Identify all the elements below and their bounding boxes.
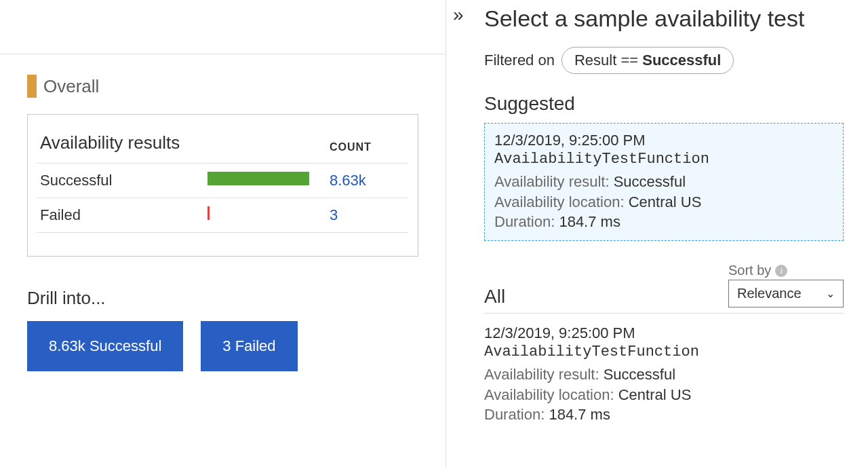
- availability-results-table: Availability results COUNT Successful 8.…: [37, 127, 408, 233]
- sort-block: Sort by i Relevance ⌄: [728, 263, 844, 307]
- table-row[interactable]: Failed 3: [37, 198, 408, 233]
- top-header-area: [0, 0, 446, 54]
- drill-successful-button[interactable]: 8.63k Successful: [27, 321, 183, 371]
- filter-row: Filtered on Result == Successful: [484, 47, 844, 74]
- sample-location-value: Central US: [629, 193, 702, 210]
- sample-duration-value: 184.7 ms: [549, 406, 610, 423]
- table-header-bar-spacer: [205, 127, 327, 164]
- row-count-failed-link[interactable]: 3: [330, 206, 338, 223]
- expand-chevrons-icon[interactable]: »: [453, 5, 457, 24]
- filter-chip-value: Successful: [642, 52, 721, 69]
- info-icon[interactable]: i: [775, 265, 787, 277]
- sample-duration-row: Duration: 184.7 ms: [494, 212, 833, 232]
- sample-test-name: AvailabilityTestFunction: [494, 151, 833, 168]
- sample-test-name: AvailabilityTestFunction: [484, 343, 844, 360]
- all-header-row: All Sort by i Relevance ⌄: [484, 263, 844, 314]
- filter-chip-prefix: Result ==: [574, 52, 642, 69]
- row-bar-failed: [205, 198, 327, 233]
- table-row[interactable]: Successful 8.63k: [37, 164, 408, 198]
- suggested-heading: Suggested: [484, 93, 844, 115]
- drill-into-heading: Drill into...: [27, 288, 418, 309]
- table-header-title: Availability results: [37, 127, 205, 164]
- sample-result-label: Availability result:: [494, 173, 610, 190]
- bar-green-icon: [208, 172, 309, 185]
- all-heading: All: [484, 286, 505, 307]
- right-pane: » Select a sample availability test Filt…: [446, 0, 868, 467]
- sample-duration-value: 184.7 ms: [559, 213, 620, 230]
- all-sample-card[interactable]: 12/3/2019, 9:25:00 PM AvailabilityTestFu…: [484, 323, 844, 426]
- sample-timestamp: 12/3/2019, 9:25:00 PM: [494, 132, 833, 149]
- sort-by-dropdown[interactable]: Relevance ⌄: [728, 280, 844, 307]
- sort-by-value: Relevance: [737, 286, 802, 301]
- sample-location-value: Central US: [618, 386, 692, 403]
- drill-failed-button[interactable]: 3 Failed: [201, 321, 297, 371]
- sample-location-row: Availability location: Central US: [484, 385, 844, 405]
- availability-results-box: Availability results COUNT Successful 8.…: [27, 114, 418, 257]
- sample-result-label: Availability result:: [484, 366, 599, 383]
- sample-result-row: Availability result: Successful: [484, 365, 844, 385]
- filter-chip[interactable]: Result == Successful: [561, 47, 734, 74]
- overall-header: Overall: [27, 75, 418, 98]
- sample-location-label: Availability location:: [494, 193, 625, 210]
- sample-duration-label: Duration:: [484, 406, 545, 423]
- sample-duration-row: Duration: 184.7 ms: [484, 405, 844, 425]
- sort-by-label: Sort by: [728, 263, 771, 278]
- sample-duration-label: Duration:: [494, 213, 555, 230]
- sample-location-label: Availability location:: [484, 386, 614, 403]
- chevron-down-icon: ⌄: [826, 287, 835, 300]
- right-panel-title: Select a sample availability test: [484, 5, 844, 32]
- sort-by-label-row: Sort by i: [728, 263, 787, 278]
- drill-buttons-row: 8.63k Successful 3 Failed: [27, 321, 418, 371]
- left-pane: Overall Availability results COUNT Succe…: [0, 0, 446, 467]
- row-label-successful: Successful: [37, 164, 205, 198]
- table-header-count: COUNT: [327, 127, 408, 164]
- sample-result-row: Availability result: Successful: [494, 172, 833, 192]
- sample-timestamp: 12/3/2019, 9:25:00 PM: [484, 324, 844, 342]
- overall-title: Overall: [43, 76, 99, 97]
- sample-result-value: Successful: [614, 173, 686, 190]
- sample-location-row: Availability location: Central US: [494, 192, 833, 212]
- row-bar-successful: [205, 164, 327, 198]
- bar-red-icon: [208, 206, 210, 220]
- row-label-failed: Failed: [37, 198, 205, 233]
- right-content: Select a sample availability test Filter…: [456, 0, 844, 426]
- filtered-on-label: Filtered on: [484, 52, 555, 69]
- overall-section: Overall Availability results COUNT Succe…: [0, 54, 446, 371]
- overall-marker-icon: [27, 75, 37, 98]
- suggested-sample-card[interactable]: 12/3/2019, 9:25:00 PM AvailabilityTestFu…: [484, 123, 844, 241]
- sample-result-value: Successful: [604, 366, 675, 383]
- row-count-successful-link[interactable]: 8.63k: [330, 172, 366, 189]
